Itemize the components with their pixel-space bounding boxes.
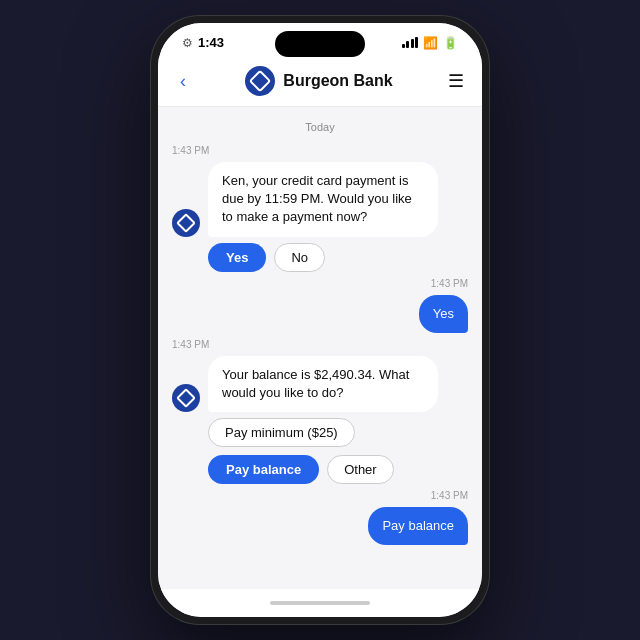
action-buttons-1: Yes No — [208, 243, 468, 272]
app-header: ‹ Burgeon Bank ☰ — [158, 56, 482, 107]
message-row-4: Pay balance — [172, 507, 468, 545]
user-bubble-2: Yes — [419, 295, 468, 333]
header-brand: Burgeon Bank — [245, 66, 392, 96]
bottom-bar — [158, 589, 482, 617]
signal-icon — [402, 37, 419, 48]
message-row-1: Ken, your credit card payment is due by … — [172, 162, 468, 237]
message-row-2: Yes — [172, 295, 468, 333]
bank-logo — [245, 66, 275, 96]
yes-button-1[interactable]: Yes — [208, 243, 266, 272]
other-button[interactable]: Other — [327, 455, 394, 484]
dynamic-island — [275, 31, 365, 57]
wifi-icon: 📶 — [423, 36, 438, 50]
bot-avatar-3 — [172, 384, 200, 412]
battery-icon: 🔋 — [443, 36, 458, 50]
message-group-1: 1:43 PM Ken, your credit card payment is… — [172, 145, 468, 272]
no-button-1[interactable]: No — [274, 243, 325, 272]
bot-logo-icon — [176, 213, 196, 233]
message-group-4: 1:43 PM Pay balance — [172, 490, 468, 545]
user-bubble-4: Pay balance — [368, 507, 468, 545]
pay-balance-button[interactable]: Pay balance — [208, 455, 319, 484]
bot-bubble-1: Ken, your credit card payment is due by … — [208, 162, 438, 237]
back-button[interactable]: ‹ — [176, 67, 190, 96]
bot-avatar-1 — [172, 209, 200, 237]
message-row-3: Your balance is $2,490.34. What would yo… — [172, 356, 468, 412]
menu-button[interactable]: ☰ — [448, 70, 464, 92]
message-group-3: 1:43 PM Your balance is $2,490.34. What … — [172, 339, 468, 484]
bank-logo-icon — [249, 70, 272, 93]
timestamp-3: 1:43 PM — [172, 339, 468, 350]
action-buttons-3: Pay minimum ($25) Pay balance Other — [208, 418, 468, 484]
pay-minimum-button[interactable]: Pay minimum ($25) — [208, 418, 355, 447]
gear-icon: ⚙ — [182, 36, 193, 50]
chat-area: Today 1:43 PM Ken, your credit card paym… — [158, 107, 482, 589]
bank-name: Burgeon Bank — [283, 72, 392, 90]
timestamp-4: 1:43 PM — [172, 490, 468, 501]
bot-logo-icon-3 — [176, 388, 196, 408]
bot-bubble-3: Your balance is $2,490.34. What would yo… — [208, 356, 438, 412]
date-label: Today — [172, 121, 468, 133]
home-indicator — [270, 601, 370, 605]
message-group-2: 1:43 PM Yes — [172, 278, 468, 333]
timestamp-2: 1:43 PM — [172, 278, 468, 289]
status-time: 1:43 — [198, 35, 224, 50]
timestamp-1: 1:43 PM — [172, 145, 468, 156]
